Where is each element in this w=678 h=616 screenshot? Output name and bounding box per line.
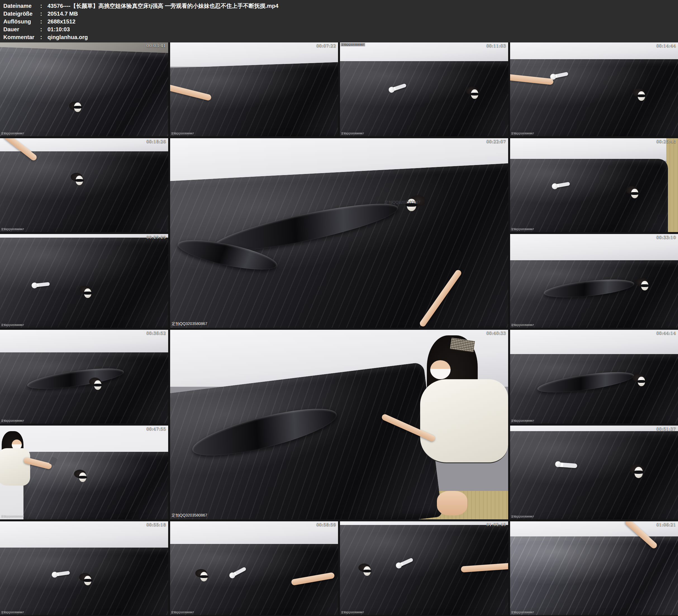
blindfold — [73, 106, 82, 109]
frame-art: 定拍QQ3203580867 — [170, 42, 338, 136]
frame-art: 定拍QQ3203580867 — [0, 234, 168, 328]
wall-background — [0, 521, 168, 549]
qq-watermark: 定拍QQ3203580867 — [341, 132, 364, 136]
head-mask — [638, 91, 645, 101]
timestamp-overlay: 00:29:29 — [146, 235, 166, 240]
vacuum-bed — [0, 47, 168, 136]
timestamp-overlay: 00:07:22 — [316, 43, 336, 48]
observer-shirt — [420, 379, 508, 464]
head-mask — [74, 103, 81, 112]
video-thumbnail-18: 定拍QQ3203580867 01:06:21 — [510, 521, 678, 615]
video-thumbnail-12: 定拍QQ3203580867 00:44:14 — [510, 330, 678, 424]
meta-label: Auflösung — [3, 17, 40, 26]
blindfold — [83, 292, 92, 294]
vacuum-bed — [510, 159, 668, 232]
timestamp-overlay: 00:14:44 — [656, 43, 676, 48]
qq-watermark: 定拍QQ3203580867 — [1, 228, 24, 231]
qq-watermark-center: 定拍QQ3203580867 — [385, 200, 420, 205]
head-mask — [79, 472, 86, 482]
frame-art: 定拍QQ3203580867 — [170, 521, 338, 615]
timestamp-overlay: 00:40:33 — [486, 331, 506, 336]
qq-watermark: 定拍QQ3203580867 — [172, 321, 208, 326]
file-metadata-header: Dateiname : 43576----【长颜草】高挑空姐体验真空床tj强高 … — [0, 0, 678, 42]
meta-label: Kommentar — [3, 33, 40, 41]
tatami-mat — [666, 138, 678, 232]
head-mask — [641, 281, 648, 291]
frame-art: 定拍QQ3203580867 定拍QQ3203580867 — [340, 42, 508, 136]
frame-art: 定拍QQ3203580867 — [510, 42, 678, 136]
qq-watermark: 定拍QQ3203580867 — [171, 611, 194, 614]
vacuum-bed — [170, 62, 338, 136]
vacuum-bed — [510, 354, 678, 424]
meta-value-comment: qinglanhua.org — [47, 33, 678, 41]
timestamp-overlay: 01:02:40 — [486, 522, 506, 527]
vacuum-bed — [0, 352, 168, 424]
video-thumbnail-16: 定拍QQ3203580867 00:58:59 — [170, 521, 338, 615]
video-thumbnail-10: 定拍QQ3203580867 00:36:52 — [0, 330, 168, 424]
watermark-badge: 定拍QQ3203580867 — [341, 43, 365, 46]
qq-watermark: 定拍QQ3203580867 — [511, 132, 534, 136]
frame-art: 定拍QQ3203580867 — [0, 426, 168, 519]
frame-art: 定拍QQ3203580867 — [0, 42, 168, 136]
video-thumbnail-13: 定拍QQ3203580867 00:47:55 — [0, 426, 168, 519]
timestamp-overlay: 00:36:52 — [146, 331, 166, 336]
meta-separator: : — [40, 2, 47, 10]
timestamp-overlay: 00:55:18 — [146, 522, 166, 527]
meta-value-filename: 43576----【长颜草】高挑空姐体验真空床tj强高 一旁观看的小妹妹也忍不住… — [47, 2, 678, 10]
video-thumbnail-17: 定拍QQ3203580867 01:02:40 — [340, 521, 508, 615]
head-mask — [84, 576, 91, 585]
meta-label: Dateigröße — [3, 10, 40, 17]
vacuum-bed — [0, 151, 168, 232]
head-mask — [634, 467, 643, 478]
frame-art: 定拍QQ3203580867 定拍QQ3203580867 — [170, 138, 508, 328]
frame-art: 定拍QQ3203580867 — [510, 330, 678, 424]
meta-row-dauer: Dauer : 01:10:03 — [3, 26, 678, 33]
blindfold — [363, 570, 372, 572]
wall-background — [510, 138, 678, 161]
meta-value-duration: 01:10:03 — [47, 26, 678, 33]
wall-background — [340, 42, 508, 63]
blindfold — [633, 470, 644, 474]
frame-art: 定拍QQ3203580867 — [170, 330, 508, 519]
qq-watermark: 定拍QQ3203580867 — [511, 323, 534, 327]
meta-value-resolution: 2688x1512 — [47, 17, 678, 26]
vacuum-bed — [510, 59, 678, 136]
thumbnail-grid: 定拍QQ3203580867 00:03:41 定拍QQ3203580867 0… — [0, 42, 678, 616]
timestamp-overlay: 00:11:03 — [486, 43, 506, 48]
meta-row-kommentar: Kommentar : qinglanhua.org — [3, 33, 678, 41]
meta-label: Dauer — [3, 26, 40, 33]
head-mask — [76, 176, 83, 185]
video-thumbnail-9: 定拍QQ3203580867 00:33:10 — [510, 234, 678, 328]
frame-art: 定拍QQ3203580867 — [0, 330, 168, 424]
qq-watermark: 定拍QQ3203580867 — [1, 611, 24, 614]
blindfold — [199, 575, 209, 578]
vacuum-bed — [510, 431, 678, 519]
meta-row-dateigroesse: Dateigröße : 20514.7 MB — [3, 10, 678, 17]
frame-art: 定拍QQ3203580867 — [510, 234, 678, 328]
video-thumbnail-4: 定拍QQ3203580867 00:14:44 — [510, 42, 678, 136]
blindfold — [75, 179, 84, 182]
head-mask — [84, 288, 91, 298]
qq-watermark: 定拍QQ3203580867 — [171, 132, 194, 136]
meta-separator: : — [40, 17, 47, 26]
timestamp-overlay: 00:58:59 — [316, 522, 336, 527]
meta-label: Dateiname — [3, 2, 40, 10]
wall-background — [510, 42, 678, 61]
timestamp-overlay: 00:18:26 — [146, 139, 166, 144]
wall-background — [0, 330, 168, 354]
head-mask — [638, 377, 645, 386]
vacuum-bed — [340, 61, 508, 136]
head-mask — [94, 380, 102, 390]
blindfold — [93, 384, 102, 386]
blindfold — [470, 93, 479, 95]
qq-watermark: 定拍QQ3203580867 — [511, 228, 534, 231]
video-thumbnail-2: 定拍QQ3203580867 00:07:22 — [170, 42, 338, 136]
meta-separator: : — [40, 10, 47, 17]
video-thumbnail-11-large: 定拍QQ3203580867 00:40:33 — [170, 330, 508, 519]
qq-watermark: 定拍QQ3203580867 — [172, 513, 208, 518]
observer-leg — [437, 491, 467, 515]
video-thumbnail-7: 定拍QQ3203580867 00:25:48 — [510, 138, 678, 232]
blindfold — [630, 192, 639, 195]
video-thumbnail-14: 定拍QQ3203580867 00:51:37 — [510, 426, 678, 519]
wall-background — [170, 521, 338, 546]
